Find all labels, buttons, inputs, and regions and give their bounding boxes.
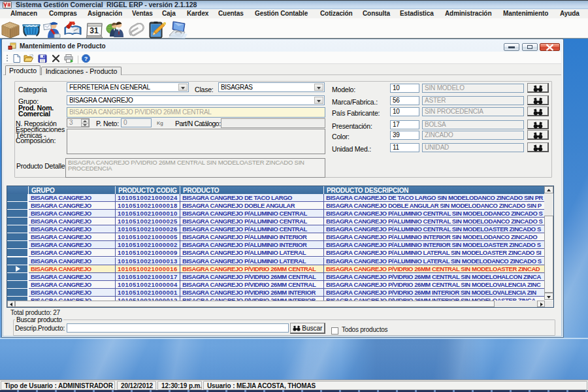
svg-text:?: ?	[84, 56, 88, 62]
svg-text:31: 31	[90, 26, 99, 35]
